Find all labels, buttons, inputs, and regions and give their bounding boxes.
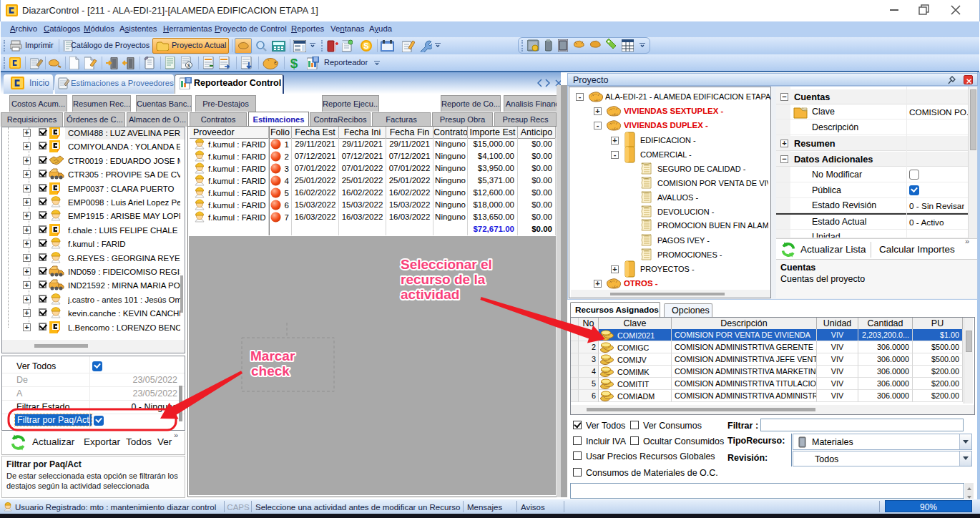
svg-text:S: S <box>363 41 368 50</box>
svg-text:$: $ <box>290 57 298 70</box>
svg-text:$: $ <box>187 62 191 69</box>
